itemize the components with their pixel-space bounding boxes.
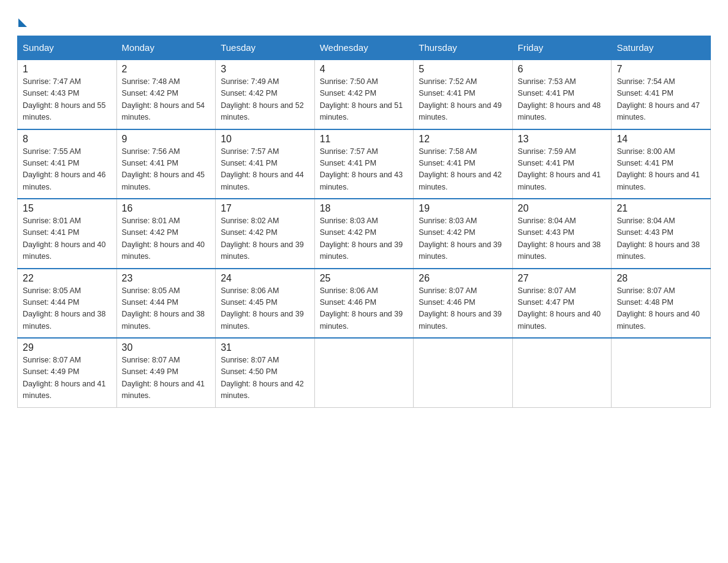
day-cell: 5 Sunrise: 7:52 AM Sunset: 4:41 PM Dayli… [414,59,513,129]
column-header-saturday: Saturday [612,36,711,60]
day-cell [314,338,414,407]
day-info: Sunrise: 8:06 AM Sunset: 4:45 PM Dayligh… [221,285,309,333]
day-cell: 9 Sunrise: 7:56 AM Sunset: 4:41 PM Dayli… [116,129,216,199]
column-header-tuesday: Tuesday [216,36,315,60]
day-info: Sunrise: 8:00 AM Sunset: 4:41 PM Dayligh… [616,146,705,194]
day-info: Sunrise: 8:07 AM Sunset: 4:50 PM Dayligh… [221,354,309,402]
week-row-2: 8 Sunrise: 7:55 AM Sunset: 4:41 PM Dayli… [18,129,711,199]
day-info: Sunrise: 7:48 AM Sunset: 4:42 PM Dayligh… [122,76,211,124]
day-cell: 26 Sunrise: 8:07 AM Sunset: 4:46 PM Dayl… [414,269,513,339]
day-info: Sunrise: 8:03 AM Sunset: 4:42 PM Dayligh… [320,215,409,263]
day-cell [612,338,711,407]
day-cell: 15 Sunrise: 8:01 AM Sunset: 4:41 PM Dayl… [18,199,117,269]
day-number: 13 [518,134,607,145]
day-cell: 11 Sunrise: 7:57 AM Sunset: 4:41 PM Dayl… [314,129,414,199]
day-info: Sunrise: 7:57 AM Sunset: 4:41 PM Dayligh… [221,146,309,194]
day-cell [414,338,513,407]
day-number: 19 [419,203,507,214]
day-cell: 24 Sunrise: 8:06 AM Sunset: 4:45 PM Dayl… [216,269,315,339]
day-info: Sunrise: 7:55 AM Sunset: 4:41 PM Dayligh… [23,146,112,194]
day-cell: 23 Sunrise: 8:05 AM Sunset: 4:44 PM Dayl… [116,269,216,339]
day-cell: 22 Sunrise: 8:05 AM Sunset: 4:44 PM Dayl… [18,269,117,339]
calendar-table: SundayMondayTuesdayWednesdayThursdayFrid… [17,36,711,408]
day-cell: 3 Sunrise: 7:49 AM Sunset: 4:42 PM Dayli… [216,59,315,129]
day-info: Sunrise: 7:54 AM Sunset: 4:41 PM Dayligh… [616,76,705,124]
day-number: 27 [518,273,607,284]
day-cell: 30 Sunrise: 8:07 AM Sunset: 4:49 PM Dayl… [116,338,216,407]
day-number: 9 [122,134,211,145]
week-row-3: 15 Sunrise: 8:01 AM Sunset: 4:41 PM Dayl… [18,199,711,269]
day-number: 10 [221,134,309,145]
day-info: Sunrise: 7:57 AM Sunset: 4:41 PM Dayligh… [320,146,409,194]
day-info: Sunrise: 8:07 AM Sunset: 4:47 PM Dayligh… [518,285,607,333]
day-cell: 1 Sunrise: 7:47 AM Sunset: 4:43 PM Dayli… [18,59,117,129]
day-cell: 18 Sunrise: 8:03 AM Sunset: 4:42 PM Dayl… [314,199,414,269]
day-cell: 6 Sunrise: 7:53 AM Sunset: 4:41 PM Dayli… [512,59,612,129]
day-info: Sunrise: 8:07 AM Sunset: 4:48 PM Dayligh… [616,285,705,333]
week-row-4: 22 Sunrise: 8:05 AM Sunset: 4:44 PM Dayl… [18,269,711,339]
day-info: Sunrise: 8:02 AM Sunset: 4:42 PM Dayligh… [221,215,309,263]
day-number: 6 [518,64,607,75]
day-number: 12 [419,134,507,145]
page-header [17,15,711,26]
day-info: Sunrise: 8:07 AM Sunset: 4:46 PM Dayligh… [419,285,507,333]
day-number: 16 [122,203,211,214]
day-number: 3 [221,64,309,75]
day-info: Sunrise: 8:03 AM Sunset: 4:42 PM Dayligh… [419,215,507,263]
day-number: 15 [23,203,112,214]
week-row-5: 29 Sunrise: 8:07 AM Sunset: 4:49 PM Dayl… [18,338,711,407]
day-number: 25 [320,273,409,284]
day-cell: 21 Sunrise: 8:04 AM Sunset: 4:43 PM Dayl… [612,199,711,269]
day-cell [512,338,612,407]
day-number: 31 [221,342,309,353]
day-cell: 29 Sunrise: 8:07 AM Sunset: 4:49 PM Dayl… [18,338,117,407]
day-cell: 7 Sunrise: 7:54 AM Sunset: 4:41 PM Dayli… [612,59,711,129]
day-number: 20 [518,203,607,214]
day-cell: 28 Sunrise: 8:07 AM Sunset: 4:48 PM Dayl… [612,269,711,339]
day-number: 24 [221,273,309,284]
day-cell: 20 Sunrise: 8:04 AM Sunset: 4:43 PM Dayl… [512,199,612,269]
day-number: 8 [23,134,112,145]
day-cell: 8 Sunrise: 7:55 AM Sunset: 4:41 PM Dayli… [18,129,117,199]
day-info: Sunrise: 7:47 AM Sunset: 4:43 PM Dayligh… [23,76,112,124]
day-number: 29 [23,342,112,353]
day-info: Sunrise: 8:05 AM Sunset: 4:44 PM Dayligh… [23,285,112,333]
logo-triangle-icon [18,18,27,27]
day-number: 17 [221,203,309,214]
day-number: 22 [23,273,112,284]
day-cell: 27 Sunrise: 8:07 AM Sunset: 4:47 PM Dayl… [512,269,612,339]
day-cell: 16 Sunrise: 8:01 AM Sunset: 4:42 PM Dayl… [116,199,216,269]
day-cell: 31 Sunrise: 8:07 AM Sunset: 4:50 PM Dayl… [216,338,315,407]
day-info: Sunrise: 8:07 AM Sunset: 4:49 PM Dayligh… [122,354,211,402]
day-info: Sunrise: 8:04 AM Sunset: 4:43 PM Dayligh… [616,215,705,263]
header-row: SundayMondayTuesdayWednesdayThursdayFrid… [18,36,711,60]
day-number: 26 [419,273,507,284]
week-row-1: 1 Sunrise: 7:47 AM Sunset: 4:43 PM Dayli… [18,59,711,129]
day-cell: 12 Sunrise: 7:58 AM Sunset: 4:41 PM Dayl… [414,129,513,199]
day-info: Sunrise: 8:06 AM Sunset: 4:46 PM Dayligh… [320,285,409,333]
day-info: Sunrise: 7:58 AM Sunset: 4:41 PM Dayligh… [419,146,507,194]
day-cell: 17 Sunrise: 8:02 AM Sunset: 4:42 PM Dayl… [216,199,315,269]
day-cell: 25 Sunrise: 8:06 AM Sunset: 4:46 PM Dayl… [314,269,414,339]
day-cell: 4 Sunrise: 7:50 AM Sunset: 4:42 PM Dayli… [314,59,414,129]
day-number: 2 [122,64,211,75]
column-header-thursday: Thursday [414,36,513,60]
day-number: 14 [616,134,705,145]
day-number: 11 [320,134,409,145]
day-info: Sunrise: 8:07 AM Sunset: 4:49 PM Dayligh… [23,354,112,402]
day-info: Sunrise: 7:50 AM Sunset: 4:42 PM Dayligh… [320,76,409,124]
day-cell: 19 Sunrise: 8:03 AM Sunset: 4:42 PM Dayl… [414,199,513,269]
day-info: Sunrise: 7:59 AM Sunset: 4:41 PM Dayligh… [518,146,607,194]
day-number: 4 [320,64,409,75]
day-number: 1 [23,64,112,75]
day-info: Sunrise: 8:01 AM Sunset: 4:42 PM Dayligh… [122,215,211,263]
day-cell: 13 Sunrise: 7:59 AM Sunset: 4:41 PM Dayl… [512,129,612,199]
day-number: 21 [616,203,705,214]
day-number: 7 [616,64,705,75]
day-cell: 2 Sunrise: 7:48 AM Sunset: 4:42 PM Dayli… [116,59,216,129]
day-number: 18 [320,203,409,214]
day-number: 30 [122,342,211,353]
day-number: 28 [616,273,705,284]
day-info: Sunrise: 8:01 AM Sunset: 4:41 PM Dayligh… [23,215,112,263]
day-info: Sunrise: 7:49 AM Sunset: 4:42 PM Dayligh… [221,76,309,124]
